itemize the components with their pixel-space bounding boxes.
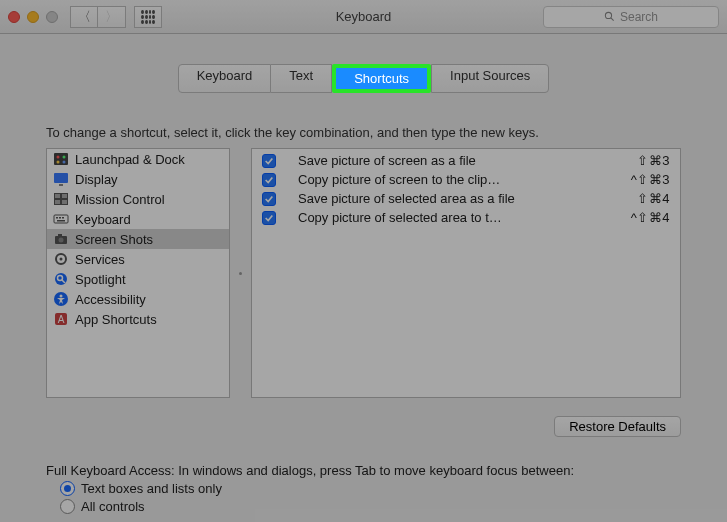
category-item-app-shortcuts[interactable]: AApp Shortcuts — [47, 309, 229, 329]
search-input[interactable]: Search — [543, 6, 719, 28]
shortcut-key: ^⇧⌘3 — [631, 172, 670, 187]
chevron-right-icon: 〉 — [105, 8, 118, 26]
svg-rect-20 — [58, 234, 62, 237]
tab-shortcuts[interactable]: Shortcuts — [332, 64, 431, 93]
category-item-services[interactable]: Services — [47, 249, 229, 269]
panel-resizer[interactable] — [238, 148, 243, 398]
back-button[interactable]: 〈 — [70, 6, 98, 28]
category-item-screen-shots[interactable]: Screen Shots — [47, 229, 229, 249]
shortcut-row[interactable]: Save picture of selected area as a file⇧… — [252, 189, 680, 208]
svg-rect-16 — [59, 217, 61, 219]
checkbox-icon[interactable] — [262, 192, 276, 206]
svg-rect-15 — [56, 217, 58, 219]
grid-icon — [141, 10, 155, 24]
svg-text:A: A — [58, 314, 65, 325]
tab-keyboard[interactable]: Keyboard — [178, 64, 272, 93]
shortcut-label: Save picture of selected area as a file — [298, 191, 629, 206]
category-label: App Shortcuts — [75, 312, 157, 327]
chevron-left-icon: 〈 — [78, 8, 91, 26]
radio-icon — [60, 499, 75, 514]
tab-text[interactable]: Text — [271, 64, 332, 93]
tab-segment-control: KeyboardTextShortcutsInput Sources — [46, 64, 681, 93]
window-titlebar: 〈 〉 Keyboard Search — [0, 0, 727, 34]
svg-point-5 — [57, 161, 60, 164]
shortcut-label: Copy picture of selected area to t… — [298, 210, 623, 225]
spotlight-icon — [53, 271, 69, 287]
shortcut-row[interactable]: Copy picture of screen to the clip…^⇧⌘3 — [252, 170, 680, 189]
radio-label: All controls — [81, 499, 145, 514]
category-label: Display — [75, 172, 118, 187]
category-item-accessibility[interactable]: Accessibility — [47, 289, 229, 309]
shortcut-key: ^⇧⌘4 — [631, 210, 670, 225]
shortcut-key: ⇧⌘3 — [637, 153, 670, 168]
svg-rect-2 — [54, 153, 68, 165]
restore-defaults-button[interactable]: Restore Defaults — [554, 416, 681, 437]
category-item-spotlight[interactable]: Spotlight — [47, 269, 229, 289]
svg-point-28 — [60, 295, 63, 298]
svg-rect-12 — [55, 200, 60, 204]
checkbox-icon[interactable] — [262, 173, 276, 187]
radio-label: Text boxes and lists only — [81, 481, 222, 496]
svg-rect-8 — [59, 184, 63, 186]
svg-line-1 — [611, 18, 614, 21]
svg-rect-18 — [57, 220, 65, 222]
category-label: Accessibility — [75, 292, 146, 307]
category-label: Screen Shots — [75, 232, 153, 247]
svg-rect-7 — [54, 173, 68, 183]
mission-icon — [53, 191, 69, 207]
traffic-lights — [8, 11, 58, 23]
show-all-prefs-button[interactable] — [134, 6, 162, 28]
checkbox-icon[interactable] — [262, 211, 276, 225]
app-icon: A — [53, 311, 69, 327]
shortcut-key: ⇧⌘4 — [637, 191, 670, 206]
category-item-launchpad-dock[interactable]: Launchpad & Dock — [47, 149, 229, 169]
launchpad-icon — [53, 151, 69, 167]
camera-icon — [53, 231, 69, 247]
category-list[interactable]: Launchpad & DockDisplayMission ControlKe… — [46, 148, 230, 398]
svg-rect-17 — [62, 217, 64, 219]
shortcut-row[interactable]: Copy picture of selected area to t…^⇧⌘4 — [252, 208, 680, 227]
checkbox-icon[interactable] — [262, 154, 276, 168]
zoom-window-button[interactable] — [46, 11, 58, 23]
svg-point-24 — [55, 273, 67, 285]
minimize-window-button[interactable] — [27, 11, 39, 23]
close-window-button[interactable] — [8, 11, 20, 23]
instruction-text: To change a shortcut, select it, click t… — [46, 125, 681, 140]
search-placeholder: Search — [620, 10, 658, 24]
svg-point-0 — [605, 12, 611, 18]
category-item-mission-control[interactable]: Mission Control — [47, 189, 229, 209]
display-icon — [53, 171, 69, 187]
category-label: Spotlight — [75, 272, 126, 287]
category-item-keyboard[interactable]: Keyboard — [47, 209, 229, 229]
svg-rect-14 — [54, 215, 68, 223]
svg-point-6 — [63, 161, 66, 164]
category-label: Launchpad & Dock — [75, 152, 185, 167]
fka-radio-allcontrols[interactable]: All controls — [60, 499, 681, 514]
svg-rect-10 — [55, 194, 60, 198]
shortcut-label: Save picture of screen as a file — [298, 153, 629, 168]
fka-intro-text: Full Keyboard Access: In windows and dia… — [46, 463, 681, 478]
svg-point-4 — [63, 156, 66, 159]
shortcut-label: Copy picture of screen to the clip… — [298, 172, 623, 187]
shortcut-row[interactable]: Save picture of screen as a file⇧⌘3 — [252, 151, 680, 170]
svg-point-21 — [59, 238, 64, 243]
svg-point-3 — [57, 156, 60, 159]
svg-rect-11 — [62, 194, 67, 198]
category-item-display[interactable]: Display — [47, 169, 229, 189]
shortcut-list[interactable]: Save picture of screen as a file⇧⌘3Copy … — [251, 148, 681, 398]
search-icon — [604, 11, 615, 22]
accessibility-icon — [53, 291, 69, 307]
svg-rect-13 — [62, 200, 67, 204]
svg-point-23 — [60, 258, 63, 261]
category-label: Keyboard — [75, 212, 131, 227]
radio-icon — [60, 481, 75, 496]
forward-button[interactable]: 〉 — [98, 6, 126, 28]
fka-radio-textboxes[interactable]: Text boxes and lists only — [60, 481, 681, 496]
keyboard-icon — [53, 211, 69, 227]
category-label: Mission Control — [75, 192, 165, 207]
gear-icon — [53, 251, 69, 267]
category-label: Services — [75, 252, 125, 267]
tab-input-sources[interactable]: Input Sources — [431, 64, 549, 93]
